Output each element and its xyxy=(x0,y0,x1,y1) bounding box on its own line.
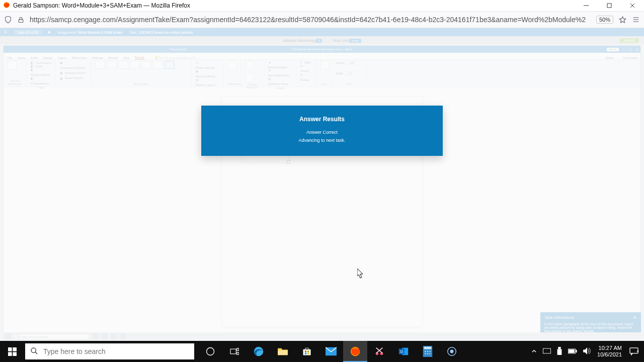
svg-point-35 xyxy=(450,350,453,353)
svg-rect-2 xyxy=(19,19,23,22)
taskbar-search-box[interactable]: Type here to search xyxy=(25,343,194,359)
firefox-icon xyxy=(3,2,10,10)
task-view-icon[interactable] xyxy=(222,341,247,362)
bookmark-star-icon[interactable] xyxy=(618,16,627,24)
tray-chevron-up-icon[interactable] xyxy=(531,348,537,355)
lock-icon[interactable] xyxy=(17,16,25,24)
calculator-icon[interactable] xyxy=(416,341,440,362)
svg-point-8 xyxy=(207,348,214,355)
svg-point-31 xyxy=(425,353,426,354)
svg-rect-18 xyxy=(307,353,309,354)
cortana-icon[interactable] xyxy=(198,341,222,362)
svg-rect-41 xyxy=(569,349,575,352)
svg-rect-9 xyxy=(230,349,236,354)
microsoft-store-icon[interactable] xyxy=(295,341,319,362)
modal-result-text: Answer Correct xyxy=(201,130,443,135)
answer-results-modal: Answer Results Answer Correct Advancing … xyxy=(201,106,443,156)
notification-count: 4 xyxy=(637,349,639,353)
svg-point-29 xyxy=(427,351,428,352)
window-close-button[interactable] xyxy=(621,0,644,11)
taskbar-apps: O xyxy=(198,341,464,362)
usb-icon[interactable] xyxy=(557,347,562,356)
svg-rect-1 xyxy=(607,4,611,8)
system-tray: 10:27 AM 10/6/2021 4 xyxy=(531,345,644,358)
svg-rect-17 xyxy=(305,353,306,354)
battery-icon[interactable] xyxy=(568,348,577,355)
window-titlebar: Gerald Sampson: Word+Module+3+SAM+Exam —… xyxy=(0,0,644,11)
svg-rect-6 xyxy=(13,352,17,356)
svg-rect-4 xyxy=(13,347,17,351)
firefox-taskbar-icon[interactable] xyxy=(343,341,367,362)
svg-point-28 xyxy=(425,351,426,352)
app-menu-icon[interactable] xyxy=(632,16,640,24)
volume-icon[interactable] xyxy=(583,347,591,355)
clock-date: 10/6/2021 xyxy=(597,351,622,358)
svg-point-32 xyxy=(427,353,428,354)
modal-backdrop xyxy=(0,28,644,341)
search-icon xyxy=(30,347,38,356)
mail-icon[interactable] xyxy=(319,341,343,362)
clock-time: 10:27 AM xyxy=(597,345,622,351)
edge-icon[interactable] xyxy=(247,341,271,362)
svg-rect-27 xyxy=(424,347,432,349)
address-bar-url[interactable]: https://samcp.cengage.com/AssignmentTake… xyxy=(30,16,591,24)
svg-rect-13 xyxy=(278,350,288,355)
svg-rect-38 xyxy=(557,349,562,355)
svg-point-7 xyxy=(31,348,36,352)
window-maximize-button[interactable] xyxy=(598,0,621,11)
svg-rect-5 xyxy=(8,352,12,356)
svg-rect-11 xyxy=(237,352,238,355)
start-button[interactable] xyxy=(0,341,24,362)
svg-point-33 xyxy=(429,353,430,354)
taskbar-clock[interactable]: 10:27 AM 10/6/2021 xyxy=(597,345,622,358)
modal-title: Answer Results xyxy=(201,116,443,123)
windows-taskbar: Type here to search O 10:27 AM 10/6/2021… xyxy=(0,341,644,362)
svg-rect-37 xyxy=(558,347,560,349)
svg-rect-3 xyxy=(8,347,12,351)
page-viewport: ☰ Task 10 of 35 ▶ Assignment Word Module… xyxy=(0,28,644,341)
svg-rect-16 xyxy=(307,350,309,352)
camera-record-icon[interactable] xyxy=(440,341,464,362)
svg-rect-14 xyxy=(303,349,311,355)
shield-icon[interactable] xyxy=(4,16,12,24)
svg-rect-40 xyxy=(576,350,577,352)
keyboard-icon[interactable] xyxy=(543,348,551,355)
window-title: Gerald Sampson: Word+Module+3+SAM+Exam —… xyxy=(13,2,190,9)
svg-rect-36 xyxy=(543,348,551,353)
file-explorer-icon[interactable] xyxy=(271,341,295,362)
svg-rect-10 xyxy=(237,348,238,351)
zoom-indicator[interactable]: 50% xyxy=(596,16,613,24)
svg-text:O: O xyxy=(400,349,403,354)
snip-sketch-icon[interactable] xyxy=(367,341,391,362)
search-placeholder: Type here to search xyxy=(43,347,106,355)
window-minimize-button[interactable] xyxy=(575,0,598,11)
outlook-icon[interactable]: O xyxy=(391,341,416,362)
modal-advancing-text: Advancing to next task. xyxy=(201,138,443,143)
svg-point-30 xyxy=(429,351,430,352)
browser-toolbar: https://samcp.cengage.com/AssignmentTake… xyxy=(0,11,644,28)
action-center-icon[interactable]: 4 xyxy=(628,347,640,355)
svg-rect-15 xyxy=(305,350,306,352)
